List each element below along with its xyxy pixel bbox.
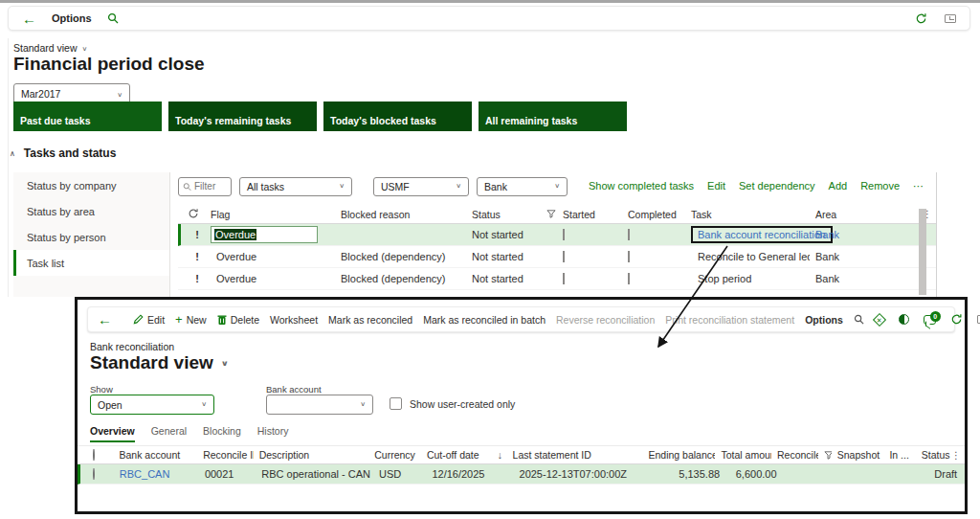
task-row[interactable]: ! Overdue Not started Bank account recon… <box>178 224 936 246</box>
company-select[interactable]: USMF ∨ <box>373 177 469 196</box>
column-flag[interactable]: Flag <box>205 209 335 220</box>
flag-cell: Overdue <box>205 226 335 243</box>
bank-account-link[interactable]: RBC_CAN <box>114 468 199 480</box>
grid-right-border <box>936 172 937 297</box>
new-button[interactable]: + New <box>175 313 207 326</box>
started-checkbox[interactable] <box>563 229 565 240</box>
sidebar-item-status-by-person[interactable]: Status by person <box>13 224 169 250</box>
area-select[interactable]: Bank ∨ <box>477 177 568 196</box>
show-completed-tasks-link[interactable]: Show completed tasks <box>589 180 694 192</box>
column-started[interactable]: Started <box>557 209 622 220</box>
filter-funnel-icon[interactable] <box>541 210 557 218</box>
refresh-column-icon[interactable] <box>178 208 205 221</box>
column-reconcile-id[interactable]: Reconcile ID <box>197 449 254 461</box>
task-row[interactable]: ! Overdue Blocked (dependency) Not start… <box>178 268 936 290</box>
set-dependency-link[interactable]: Set dependency <box>739 180 815 192</box>
add-link[interactable]: Add <box>829 180 848 192</box>
task-cell[interactable]: Stop period <box>685 273 810 284</box>
edit-button[interactable]: Edit <box>133 314 165 326</box>
company-value: USMF <box>381 181 410 192</box>
flag-marker: ! <box>181 229 205 240</box>
tab-overview[interactable]: Overview <box>90 425 135 442</box>
messages-icon[interactable]: 0 <box>924 315 936 325</box>
task-guide-icon[interactable] <box>899 314 909 325</box>
worksheet-button[interactable]: Worksheet <box>270 314 318 326</box>
tab-history[interactable]: History <box>257 425 289 442</box>
column-area[interactable]: Area <box>810 209 898 220</box>
tile-all-remaining-tasks[interactable]: All remaining tasks <box>479 102 627 131</box>
area-link[interactable]: Bank <box>815 229 839 240</box>
reconciliation-row[interactable]: RBC_CAN 00021 RBC operational - CAN 0032… <box>78 464 965 485</box>
flag-edit-field[interactable]: Overdue <box>211 226 318 243</box>
back-icon[interactable]: ← <box>98 312 112 327</box>
tile-label: All remaining tasks <box>485 115 577 126</box>
row-radio[interactable] <box>87 468 114 480</box>
page-left-border <box>8 38 9 297</box>
bank-account-select[interactable]: ∨ <box>266 395 373 415</box>
show-user-created-only-checkbox[interactable] <box>390 397 402 410</box>
filter-input[interactable] <box>194 181 227 192</box>
started-checkbox[interactable] <box>563 251 565 262</box>
search-icon[interactable] <box>107 12 119 24</box>
delete-button[interactable]: Delete <box>217 314 259 326</box>
mark-as-reconciled-in-batch-button[interactable]: Mark as reconciled in batch <box>423 314 546 326</box>
started-cell <box>557 273 622 284</box>
reconciliation-grid-header: Bank account Reconcile ID Description Cu… <box>78 445 965 464</box>
window-top-edge <box>0 0 980 3</box>
show-select[interactable]: Open ∨ <box>90 395 214 415</box>
column-currency[interactable]: Currency <box>368 449 421 461</box>
column-total-amount[interactable]: Total amount <box>715 449 771 461</box>
back-icon[interactable]: ← <box>22 11 36 26</box>
task-view-select[interactable]: All tasks ∨ <box>239 177 352 196</box>
cutoff-date-cell: 12/16/2025 <box>426 468 501 480</box>
tab-blocking[interactable]: Blocking <box>203 425 241 442</box>
column-completed[interactable]: Completed <box>622 209 685 220</box>
column-reconciled[interactable]: Reconciled <box>771 449 818 461</box>
column-options-icon[interactable]: ⋮ <box>951 450 965 461</box>
column-in[interactable]: In ... <box>883 449 915 461</box>
grid-filter-box[interactable] <box>178 177 232 196</box>
blocked-reason-cell: Blocked (dependency) <box>335 273 466 284</box>
search-icon[interactable] <box>854 314 864 325</box>
task-row[interactable]: ! Overdue Blocked (dependency) Not start… <box>178 246 936 268</box>
task-link[interactable]: Bank account reconciliation <box>698 229 826 240</box>
column-status[interactable]: Status <box>466 209 541 220</box>
started-checkbox[interactable] <box>563 273 565 284</box>
vertical-scrollbar[interactable] <box>919 209 926 295</box>
column-cutoff-date[interactable]: Cut-off date <box>421 449 496 461</box>
sidebar-item-status-by-area[interactable]: Status by area <box>13 198 169 224</box>
section-tasks-and-status[interactable]: ∧ Tasks and status <box>10 147 116 160</box>
column-status[interactable]: Status <box>916 449 951 461</box>
refresh-icon[interactable] <box>950 313 963 326</box>
completed-checkbox[interactable] <box>628 229 630 240</box>
share-icon[interactable]: ✕ <box>873 312 886 326</box>
column-ending-balance[interactable]: Ending balance <box>642 449 715 461</box>
refresh-icon[interactable] <box>915 12 927 25</box>
tile-todays-blocked-tasks[interactable]: Today's blocked tasks <box>323 102 472 131</box>
column-blocked-reason[interactable]: Blocked reason <box>335 209 466 220</box>
select-all-radio[interactable] <box>87 449 114 461</box>
mark-as-reconciled-button[interactable]: Mark as reconciled <box>328 314 412 326</box>
sidebar-item-status-by-company[interactable]: Status by company <box>13 172 169 198</box>
column-bank-account[interactable]: Bank account <box>114 449 198 461</box>
column-description[interactable]: Description <box>254 449 369 461</box>
sidebar-item-task-list[interactable]: Task list <box>13 250 169 276</box>
more-actions-link[interactable]: ⋯ <box>913 180 924 192</box>
task-cell[interactable]: Reconcile to General ledger <box>685 251 810 262</box>
tile-past-due-tasks[interactable]: Past due tasks <box>13 102 162 131</box>
view-switcher[interactable]: Standard view ∨ <box>90 352 229 373</box>
column-last-statement-id[interactable]: Last statement ID <box>507 449 643 461</box>
options-menu[interactable]: Options <box>52 12 92 24</box>
completed-checkbox[interactable] <box>628 251 630 262</box>
remove-link[interactable]: Remove <box>860 180 900 192</box>
column-snapshot[interactable]: Snapshot <box>832 449 884 461</box>
tab-general[interactable]: General <box>151 425 187 442</box>
options-menu[interactable]: Options <box>805 314 843 326</box>
tile-todays-remaining-tasks[interactable]: Today's remaining tasks <box>168 102 317 131</box>
view-switcher[interactable]: Standard view ∨ <box>13 42 87 54</box>
filter-funnel-icon[interactable] <box>818 451 832 460</box>
completed-checkbox[interactable] <box>628 273 630 284</box>
edit-link[interactable]: Edit <box>707 180 725 192</box>
column-task[interactable]: Task <box>685 209 810 220</box>
restore-window-icon[interactable] <box>945 14 956 23</box>
